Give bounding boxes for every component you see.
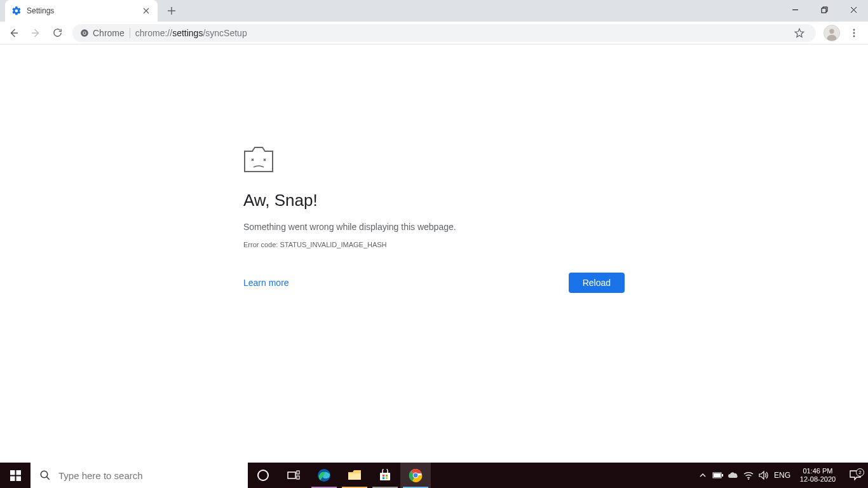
gear-icon bbox=[11, 6, 22, 16]
svg-rect-23 bbox=[386, 475, 388, 477]
browser-tab[interactable]: Settings bbox=[5, 0, 158, 22]
tray-language[interactable]: ENG bbox=[771, 463, 793, 488]
svg-point-7 bbox=[853, 29, 855, 30]
svg-point-5 bbox=[829, 29, 834, 33]
reload-nav-button[interactable] bbox=[47, 23, 67, 43]
error-actions: Learn more Reload bbox=[243, 273, 625, 293]
svg-rect-25 bbox=[386, 477, 388, 479]
taskbar-search[interactable]: Type here to search bbox=[31, 463, 248, 488]
browser-toolbar: Chrome chrome://settings/syncSetup bbox=[0, 22, 868, 44]
svg-point-14 bbox=[41, 471, 48, 478]
browser-titlebar: Settings bbox=[0, 0, 868, 22]
chrome-icon bbox=[409, 468, 423, 482]
site-chip-label: Chrome bbox=[93, 28, 125, 38]
search-placeholder: Type here to search bbox=[58, 470, 143, 481]
tray-wifi-icon[interactable] bbox=[741, 463, 756, 488]
window-minimize-button[interactable] bbox=[780, 0, 810, 19]
svg-rect-24 bbox=[383, 477, 384, 479]
taskbar-app-edge[interactable] bbox=[309, 463, 339, 488]
tab-close-button[interactable] bbox=[141, 6, 151, 16]
back-button[interactable] bbox=[4, 23, 24, 43]
windows-icon bbox=[10, 470, 21, 481]
system-tray: ENG 01:46 PM 12-08-2020 2 bbox=[695, 463, 868, 488]
omnibox-divider bbox=[130, 28, 130, 38]
svg-rect-12 bbox=[10, 476, 15, 481]
svg-rect-18 bbox=[297, 476, 299, 479]
address-bar[interactable]: Chrome chrome://settings/syncSetup bbox=[72, 24, 816, 42]
clock-time: 01:46 PM bbox=[803, 467, 832, 475]
action-center-button[interactable]: 2 bbox=[843, 470, 868, 480]
browser-menu-button[interactable] bbox=[844, 23, 864, 43]
svg-rect-20 bbox=[348, 473, 361, 480]
window-close-button[interactable] bbox=[839, 0, 868, 19]
svg-rect-22 bbox=[383, 475, 384, 477]
tray-onedrive-icon[interactable] bbox=[726, 463, 741, 488]
error-title: Aw, Snap! bbox=[243, 191, 625, 210]
cortana-button[interactable] bbox=[248, 463, 278, 488]
sad-folder-icon bbox=[243, 146, 274, 173]
tray-overflow-button[interactable] bbox=[695, 463, 710, 488]
tray-volume-icon[interactable] bbox=[756, 463, 771, 488]
svg-rect-31 bbox=[714, 473, 721, 477]
chrome-icon bbox=[80, 29, 89, 37]
window-maximize-button[interactable] bbox=[810, 0, 839, 19]
search-icon bbox=[39, 470, 51, 481]
task-view-button[interactable] bbox=[278, 463, 309, 488]
svg-rect-10 bbox=[10, 470, 15, 475]
svg-point-32 bbox=[748, 478, 749, 480]
svg-rect-17 bbox=[297, 471, 299, 474]
svg-rect-13 bbox=[16, 476, 21, 481]
bookmark-star-button[interactable] bbox=[790, 24, 808, 42]
site-chip[interactable]: Chrome bbox=[80, 28, 125, 38]
new-tab-button[interactable] bbox=[163, 2, 180, 20]
window-controls bbox=[780, 0, 868, 22]
clock-date: 12-08-2020 bbox=[800, 475, 836, 484]
notification-count: 2 bbox=[856, 468, 864, 477]
svg-rect-11 bbox=[16, 470, 21, 475]
svg-rect-30 bbox=[722, 474, 723, 477]
url-text: chrome://settings/syncSetup bbox=[135, 28, 247, 38]
tray-battery-icon[interactable] bbox=[710, 463, 726, 488]
taskbar-app-store[interactable] bbox=[370, 463, 400, 488]
store-icon bbox=[379, 469, 391, 482]
svg-rect-16 bbox=[288, 472, 295, 478]
taskbar-apps bbox=[248, 463, 431, 488]
svg-rect-0 bbox=[822, 8, 826, 13]
edge-icon bbox=[316, 468, 332, 483]
forward-button[interactable] bbox=[25, 23, 46, 43]
page-content: Aw, Snap! Something went wrong while dis… bbox=[0, 44, 868, 463]
reload-button[interactable]: Reload bbox=[569, 273, 625, 293]
tab-title: Settings bbox=[27, 6, 54, 15]
taskbar-app-chrome[interactable] bbox=[400, 463, 431, 488]
taskbar-app-file-explorer[interactable] bbox=[339, 463, 370, 488]
svg-point-15 bbox=[258, 470, 268, 480]
folder-icon bbox=[348, 470, 362, 481]
error-container: Aw, Snap! Something went wrong while dis… bbox=[243, 146, 625, 293]
profile-avatar-button[interactable] bbox=[824, 25, 840, 41]
start-button[interactable] bbox=[0, 463, 31, 488]
tray-clock[interactable]: 01:46 PM 12-08-2020 bbox=[793, 467, 843, 484]
learn-more-link[interactable]: Learn more bbox=[243, 278, 289, 288]
svg-point-9 bbox=[853, 35, 855, 37]
error-code: Error code: STATUS_INVALID_IMAGE_HASH bbox=[243, 241, 625, 248]
svg-point-3 bbox=[83, 32, 86, 34]
error-description: Something went wrong while displaying th… bbox=[243, 222, 625, 232]
windows-taskbar: Type here to search bbox=[0, 463, 868, 488]
svg-rect-21 bbox=[380, 473, 390, 480]
svg-point-8 bbox=[853, 32, 855, 34]
